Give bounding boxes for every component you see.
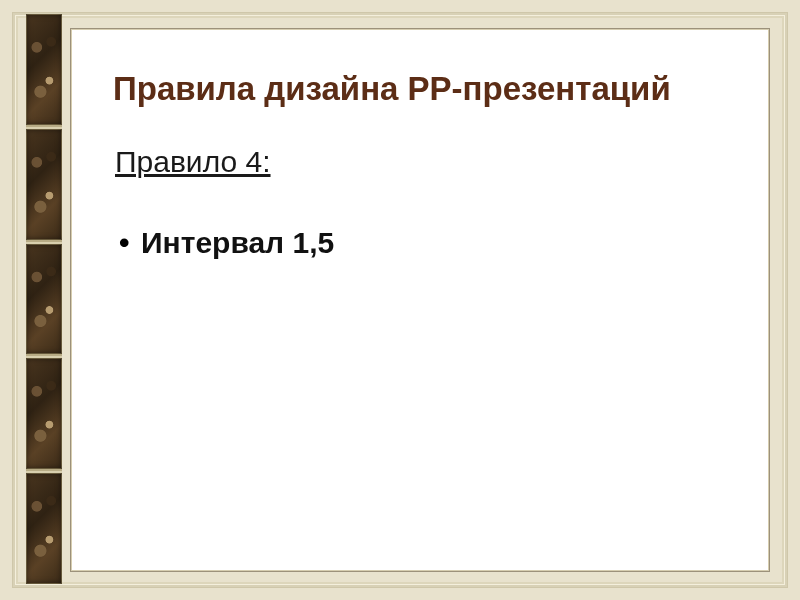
slide-title: Правила дизайна РР-презентаций	[113, 69, 727, 109]
binding-tile	[26, 242, 62, 357]
binding-tile	[26, 471, 62, 584]
binding-strip	[26, 14, 62, 584]
bullet-list: Интервал 1,5	[113, 223, 727, 262]
slide-body: Правила дизайна РР-презентаций Правило 4…	[70, 28, 770, 572]
slide-subtitle: Правило 4:	[115, 145, 727, 179]
binding-tile	[26, 14, 62, 127]
binding-tile	[26, 356, 62, 471]
bullet-item: Интервал 1,5	[119, 223, 727, 262]
binding-tile	[26, 127, 62, 242]
